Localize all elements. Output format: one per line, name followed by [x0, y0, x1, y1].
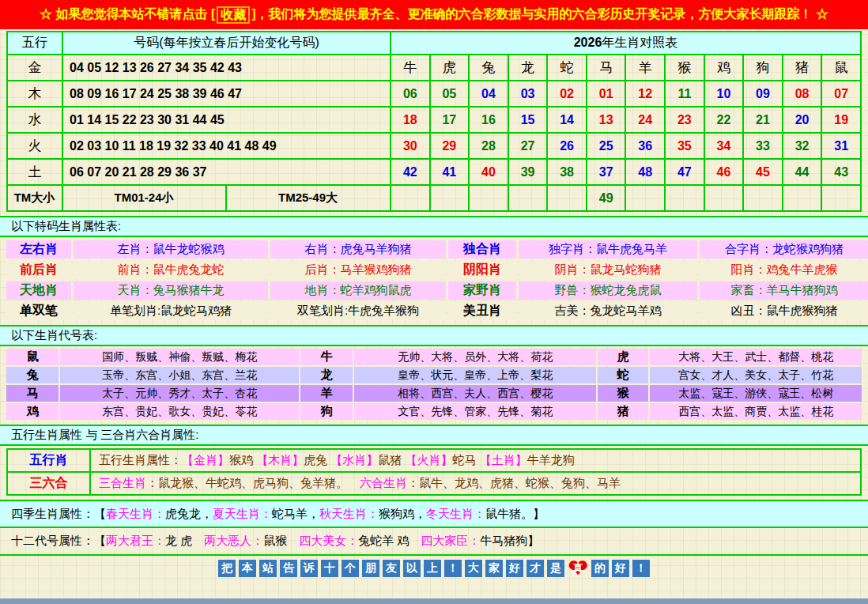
top-promo-banner: ☆ 如果您觉得本站不错请点击 [ 收藏 ]，我们将为您提供最齐全、更准确的六合彩… [0, 0, 868, 29]
zodiac-number-cell [547, 185, 587, 211]
text-segment: 【火肖】 [406, 453, 453, 466]
zodiac-name-cell: 狗 [743, 55, 783, 81]
zodiac-number-cell: 09 [743, 81, 783, 107]
zodiac-number-cell [704, 185, 744, 211]
code-names-cell: 国师、叛贼、神偷、叛贼、梅花 [60, 349, 299, 365]
year-label: 2026 [574, 36, 602, 49]
footer-char-tile: 家 [485, 560, 503, 577]
code-names-cell: 皇帝、状元、皇帝、上帝、梨花 [354, 367, 596, 383]
zodiac-name-cell: 虎 [430, 55, 470, 81]
zodiac-number-cell [508, 185, 548, 211]
footer-char-tile: 把 [218, 560, 236, 577]
element-label: 土 [7, 159, 62, 185]
element-row-2: 木08 09 16 17 24 25 38 39 46 470605040302… [7, 81, 861, 107]
element-row-5: 土06 07 20 21 28 29 36 374241403938374847… [7, 159, 861, 185]
zodiac-attribute-table: 左右肖 左肖：鼠牛龙蛇猴鸡 右肖：虎兔马羊狗猪 独合肖 独字肖：鼠牛虎兔马羊 合… [4, 238, 868, 323]
footer-char-tile: 才 [526, 560, 544, 577]
code-names-cell: 玉帝、东宫、小姐、东宫、兰花 [60, 367, 299, 383]
wuxing-row: 五行肖 五行生肖属性：【金肖】猴鸡 【木肖】虎兔 【水肖】鼠猪 【火肖】蛇马 【… [7, 449, 861, 472]
zodiac-number-cell: 16 [469, 107, 508, 133]
text-segment: 夏天生肖： [213, 507, 272, 522]
wuxing-row-label: 五行肖 [7, 449, 90, 472]
tm-label: TM大小 [7, 185, 62, 211]
text-segment: 秋天生肖： [319, 507, 379, 522]
zodiac-number-cell: 32 [783, 133, 822, 159]
attr-left-label: 前后肖 [6, 261, 71, 279]
text-segment: 龙 虎 [165, 534, 204, 549]
zodiac-name-cell: 牛 [391, 55, 430, 81]
zodiac-number-cell: 25 [587, 133, 626, 159]
zodiac-number-cell: 47 [665, 159, 704, 185]
attr-left-label: 单双笔 [6, 302, 71, 320]
text-segment: 两大君王： [106, 534, 165, 549]
attr-row: 左右肖 左肖：鼠牛龙蛇猴鸡 右肖：虎兔马羊狗猪 独合肖 独字肖：鼠牛虎兔马羊 合… [6, 240, 868, 259]
text-segment: 六合生肖 [360, 476, 407, 489]
code-zodiac-label: 兔 [6, 367, 58, 383]
element-label: 木 [7, 81, 62, 107]
footer-char-tile: 上 [424, 560, 441, 577]
footer-heart-tile: ❤真 [568, 560, 588, 577]
footer-char: 真 [573, 561, 583, 576]
text-segment: 鼠猪 [378, 453, 405, 466]
zodiac-number-cell: 06 [391, 81, 430, 107]
footer-char-tile: 友 [383, 560, 400, 577]
attr-cell: 天肖：兔马猴猪牛龙 [74, 281, 268, 300]
zodiac-number-cell: 46 [704, 159, 744, 185]
zodiac-number-cell: 43 [821, 159, 861, 185]
zodiac-name-cell: 龙 [508, 55, 548, 81]
zodiac-number-cell: 10 [704, 81, 744, 107]
zodiac-number-cell: 12 [625, 81, 665, 107]
code-zodiac-label: 猴 [598, 385, 648, 402]
code-names-cell: 太子、元帅、秀才、太子、杏花 [60, 385, 299, 402]
attr-cell: 前肖：鼠牛虎兔龙蛇 [74, 261, 268, 279]
text-segment: 四季生肖属性：【 [11, 507, 106, 522]
year-suffix-label: 年生肖对照表 [602, 36, 677, 49]
text-segment: 四大美女： [299, 534, 358, 549]
attr-right-label: 阴阳肖 [448, 261, 516, 279]
zodiac-codename-table: 鼠 国师、叛贼、神偷、叛贼、梅花 牛 无帅、大将、员外、大将、荷花 虎 大将、大… [5, 347, 863, 421]
footer-slogan: 把本站告诉十个朋友以上！大家好才是❤真的好！ [6, 559, 862, 578]
zodiac-name-cell: 猪 [783, 55, 822, 81]
code-zodiac-label: 鸡 [6, 403, 58, 420]
footer-char-tile: 本 [239, 560, 256, 577]
tm-small-range: TM01-24小 [62, 185, 226, 211]
zodiac-number-cell [391, 185, 430, 211]
zodiac-number-cell: 45 [743, 159, 783, 185]
zodiac-name-cell: 鸡 [704, 55, 744, 81]
element-numbers: 08 09 16 17 24 25 38 39 46 47 [62, 81, 391, 107]
code-row: 兔 玉帝、东宫、小姐、东宫、兰花 龙 皇帝、状元、皇帝、上帝、梨花 蛇 宫女、才… [6, 367, 862, 383]
zodiac-number-cell: 38 [547, 159, 587, 185]
text-segment: 五行生肖属性： [99, 453, 182, 466]
banner-text-pre: ☆ 如果您觉得本站不错请点击 [ [40, 6, 215, 23]
zodiac-number-cell: 48 [625, 159, 665, 185]
attr-row: 天地肖 天肖：兔马猴猪牛龙 地肖：蛇羊鸡狗鼠虎 家野肖 野兽：猴蛇龙兔虎鼠 家畜… [6, 281, 868, 300]
element-numbers: 04 05 12 13 26 27 34 35 42 43 [62, 55, 391, 81]
text-segment: 【土肖】 [480, 453, 527, 466]
zodiac-number-cell: 36 [625, 133, 665, 159]
zodiac-number-cell [821, 185, 861, 211]
favorite-link[interactable]: 收藏 [217, 6, 250, 24]
text-segment: 蛇马 [453, 453, 480, 466]
footer-char-tile: 是 [547, 560, 564, 577]
wuxing-section-title: 五行生肖属性 与 三合肖六合肖属性: [0, 425, 868, 446]
zodiac-number-cell: 07 [821, 81, 861, 107]
zodiac-number-cell: 03 [508, 81, 548, 107]
code-zodiac-label: 牛 [300, 349, 353, 365]
element-numbers: 01 14 15 22 23 30 31 44 45 [62, 107, 391, 133]
zodiac-number-cell: 19 [821, 107, 861, 133]
attr-cell: 野兽：猴蛇龙兔虎鼠 [519, 281, 697, 300]
zodiac-number-cell: 20 [783, 107, 822, 133]
attr-cell: 合字肖：龙蛇猴鸡狗猪 [700, 240, 868, 259]
code-section-title: 以下生肖代号表: [0, 325, 868, 346]
footer-char-tile: 十 [321, 560, 338, 577]
sanliuhe-row: 三六合 三合生肖：鼠龙猴、牛蛇鸡、虎马狗、兔羊猪。 六合生肖：鼠牛、龙鸡、虎猪、… [7, 472, 861, 495]
footer-char-tile: 站 [259, 560, 277, 577]
attr-cell: 单笔划肖:鼠龙蛇马鸡猪 [74, 302, 268, 320]
footer-char-tile: 的 [591, 560, 609, 577]
zodiac-name-cell: 羊 [625, 55, 665, 81]
zodiac-number-cell: 22 [704, 107, 744, 133]
footer-char-tile: 告 [280, 560, 297, 577]
text-segment: 【木肖】 [256, 453, 304, 466]
footer-char-tile: 好 [506, 560, 523, 577]
attr-cell: 后肖：马羊猴鸡狗猪 [270, 261, 446, 279]
